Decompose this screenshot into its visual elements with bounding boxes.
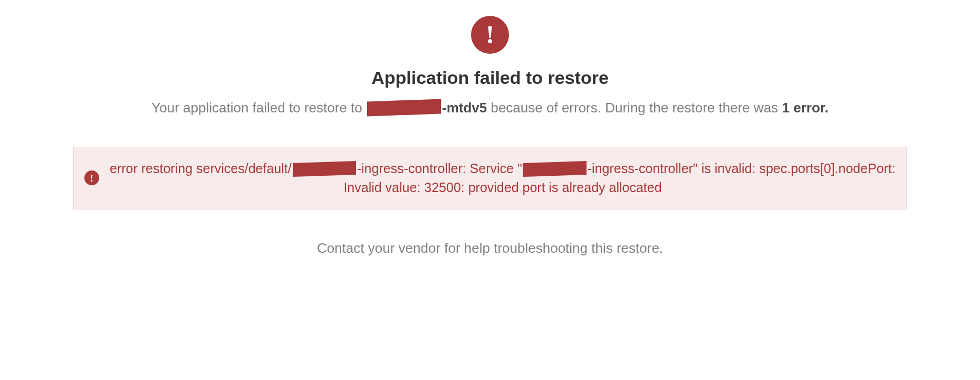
exclamation-icon: !	[84, 170, 99, 185]
redaction-block	[523, 160, 587, 176]
error-msg-part2: -ingress-controller: Service "	[357, 161, 522, 176]
error-count: 1 error.	[782, 100, 829, 116]
exclamation-glyph: !	[90, 173, 93, 183]
redaction-block	[367, 99, 441, 117]
page-title: Application failed to restore	[371, 68, 609, 88]
error-message: error restoring services/default/-ingres…	[110, 159, 896, 197]
exclamation-icon: !	[471, 16, 509, 54]
error-msg-part1: error restoring services/default/	[110, 161, 292, 176]
footer-note: Contact your vendor for help troubleshoo…	[317, 240, 663, 256]
exclamation-glyph: !	[486, 22, 494, 48]
namespace-suffix: -mtdv5	[442, 100, 487, 116]
subtitle-text: Your application failed to restore to -m…	[151, 100, 828, 116]
subtitle-prefix: Your application failed to restore to	[151, 100, 366, 116]
redaction-block	[293, 160, 356, 176]
error-banner: ! error restoring services/default/-ingr…	[73, 147, 907, 210]
subtitle-middle: because of errors. During the restore th…	[491, 100, 782, 116]
